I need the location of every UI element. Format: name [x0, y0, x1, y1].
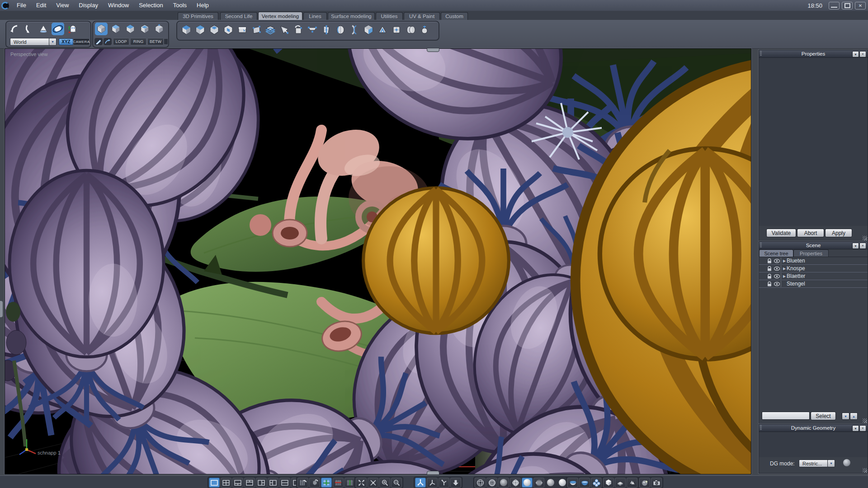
layout-top-wide-button[interactable] — [232, 478, 243, 488]
lock-icon[interactable] — [766, 258, 773, 263]
viewport-bottom-handle[interactable] — [427, 471, 439, 475]
panel-drag-handle[interactable] — [760, 243, 762, 248]
select-arrow-tool-button[interactable] — [8, 23, 21, 35]
loop-select-button[interactable]: LOOP — [113, 38, 129, 45]
lock-icon[interactable] — [766, 266, 773, 271]
panel-menu-button[interactable]: ▼ — [852, 243, 859, 249]
select-objects-mode-button[interactable] — [138, 23, 151, 35]
tab-3d-primitives[interactable]: 3D Primitives — [178, 12, 218, 20]
modeling-tool-10-button[interactable] — [306, 23, 318, 36]
panel-menu-button[interactable]: ▼ — [852, 51, 859, 57]
dg-mode-select[interactable]: Restric... — [799, 460, 831, 467]
coordinate-space-select[interactable]: World — [10, 38, 52, 46]
scene-tree-row-blaetter[interactable]: ▶ Blaetter — [759, 272, 868, 280]
frame-selection-button[interactable] — [368, 478, 378, 488]
panel-close-button[interactable]: ✕ — [859, 51, 866, 57]
rotate-tool-button[interactable] — [23, 23, 35, 35]
modeling-tool-16-button[interactable] — [390, 23, 402, 36]
expand-icon[interactable]: ▶ — [782, 259, 787, 263]
between-select-button[interactable]: BETW — [147, 38, 164, 45]
dynamic-geometry-header[interactable]: Dynamic Geometry ▼ ✕ — [759, 424, 868, 432]
scene-filter-input[interactable] — [762, 412, 810, 420]
ghost-mode-tool-button[interactable] — [66, 23, 80, 35]
viewport-3d-scene[interactable] — [5, 49, 751, 474]
visibility-eye-icon[interactable] — [774, 281, 780, 286]
shading-wireframe-button[interactable] — [475, 478, 486, 488]
select-faces-mode-button[interactable] — [124, 23, 137, 35]
panel-close-button[interactable]: ✕ — [859, 243, 866, 249]
tab-custom[interactable]: Custom — [441, 12, 468, 20]
snap-axis-button[interactable] — [321, 478, 332, 488]
layout-single-button[interactable] — [209, 478, 220, 488]
modeling-tool-14-button[interactable] — [362, 23, 374, 36]
abort-button[interactable]: Abort — [797, 229, 824, 237]
flat-box-display-button[interactable] — [615, 478, 626, 488]
modeling-tool-11-button[interactable] — [320, 23, 332, 36]
shading-matte-button[interactable] — [545, 478, 556, 488]
left-panel-collapse-handle[interactable] — [0, 301, 3, 317]
layout-bottom-wide-button[interactable] — [244, 478, 255, 488]
manipulator-universal-button[interactable] — [415, 478, 426, 488]
modeling-tool-13-button[interactable] — [348, 23, 360, 36]
perspective-viewport[interactable]: Perspective view schnapp 1 — [5, 48, 751, 474]
maximize-button[interactable] — [842, 2, 853, 9]
scene-tree-row-blueten[interactable]: ▶ Blueten — [759, 257, 868, 265]
layout-quad-button[interactable] — [221, 478, 231, 488]
modeling-tool-7-button[interactable] — [264, 23, 276, 36]
snap-grid-button[interactable] — [297, 478, 308, 488]
apply-button[interactable]: Apply — [825, 229, 852, 237]
shading-wireframe-dense-button[interactable] — [486, 478, 497, 488]
menu-window[interactable]: Window — [103, 0, 134, 11]
panel-menu-button[interactable]: ▼ — [852, 425, 859, 432]
panel-drag-handle[interactable] — [760, 51, 762, 56]
sphere-manipulator-tool-button[interactable] — [52, 23, 64, 35]
shading-wire-over-button[interactable] — [533, 478, 544, 488]
panel-drag-handle[interactable] — [760, 425, 762, 431]
close-button[interactable]: ✕ — [855, 2, 866, 9]
half-sphere-blue-button[interactable] — [579, 478, 590, 488]
viewport-top-handle[interactable] — [427, 48, 439, 52]
render-preview-button[interactable] — [639, 478, 650, 488]
move-up-button[interactable]: ▲ — [850, 413, 858, 420]
lock-icon[interactable] — [766, 281, 773, 286]
shading-wire-shaded-button[interactable] — [510, 478, 521, 488]
manipulator-move-button[interactable] — [427, 478, 438, 488]
modeling-tool-3-button[interactable] — [208, 23, 220, 36]
menu-view[interactable]: View — [51, 0, 74, 11]
half-sphere-button[interactable] — [567, 478, 578, 488]
layout-left-wide-button[interactable] — [256, 478, 267, 488]
zoom-out-button[interactable] — [391, 478, 402, 488]
camera-mode-button[interactable]: CAMERA — [73, 38, 90, 45]
select-soft-mode-button[interactable] — [153, 23, 165, 35]
shading-flat-button[interactable] — [498, 478, 509, 488]
menu-file[interactable]: File — [12, 0, 31, 11]
modeling-tool-15-button[interactable] — [376, 23, 388, 36]
minimize-button[interactable] — [829, 2, 840, 9]
tab-scene-tree[interactable]: Scene tree — [759, 249, 793, 257]
modeling-tool-17-button[interactable] — [404, 23, 416, 36]
tab-scene-properties[interactable]: Properties — [793, 249, 829, 257]
fit-view-button[interactable] — [356, 478, 367, 488]
modeling-tool-5-button[interactable] — [236, 23, 248, 36]
move-down-button[interactable]: ▼ — [842, 413, 849, 420]
modeling-tool-9-button[interactable] — [292, 23, 304, 36]
grow-selection-tool-button[interactable] — [103, 38, 112, 46]
tab-uv-paint[interactable]: UV & Paint — [404, 12, 440, 20]
resize-grip[interactable] — [863, 468, 867, 473]
modeling-tool-18-button[interactable] — [418, 23, 430, 36]
validate-button[interactable]: Validate — [766, 229, 796, 237]
manipulator-hide-button[interactable] — [450, 478, 461, 488]
zoom-in-button[interactable] — [379, 478, 390, 488]
layout-right-wide-button[interactable] — [268, 478, 278, 488]
layout-split-horizontal-button[interactable] — [279, 478, 290, 488]
resize-grip[interactable] — [863, 418, 867, 423]
menu-tools[interactable]: Tools — [168, 0, 192, 11]
modeling-tool-6-button[interactable] — [250, 23, 262, 36]
visibility-eye-icon[interactable] — [774, 258, 780, 263]
select-edges-mode-button[interactable] — [109, 23, 122, 35]
panel-close-button[interactable]: ✕ — [859, 425, 866, 432]
tab-second-life[interactable]: Second Life — [220, 12, 257, 20]
lock-icon[interactable] — [766, 273, 773, 279]
scene-tree-row-knospe[interactable]: ▶ Knospe — [759, 265, 868, 272]
menu-display[interactable]: Display — [74, 0, 103, 11]
